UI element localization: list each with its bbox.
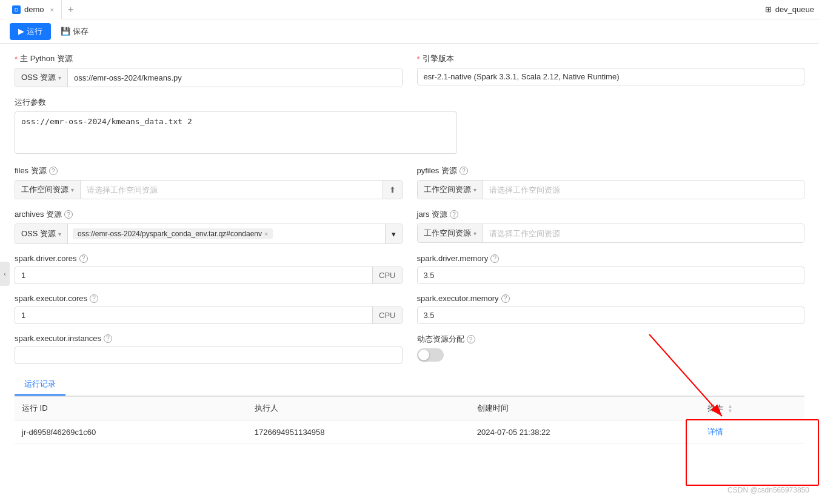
- action-cell: 详情: [700, 420, 804, 444]
- files-source-label: files 资源 ?: [15, 165, 403, 176]
- engine-version-label: * 引擎版本: [417, 53, 805, 64]
- save-button[interactable]: 💾 保存: [61, 26, 89, 37]
- files-upload-icon[interactable]: ⬆: [383, 181, 402, 199]
- archives-dropdown-arrow[interactable]: ▾: [385, 224, 402, 244]
- tab-run-records[interactable]: 运行记录: [15, 374, 65, 396]
- python-source-group: * 主 Python 资源 OSS 资源 ▾: [15, 53, 403, 87]
- run-label: 运行: [27, 26, 42, 37]
- executor-instances-help-icon[interactable]: ?: [104, 334, 112, 343]
- archives-oss-dropdown[interactable]: OSS 资源 ▾: [15, 224, 68, 244]
- col-executor: 执行人: [247, 397, 470, 420]
- files-label-text: files 资源: [15, 165, 47, 176]
- files-source-group: files 资源 ? 工作空间资源 ▾ ⬆: [15, 165, 403, 199]
- tab-demo-label: demo: [24, 5, 44, 14]
- save-label: 保存: [73, 26, 89, 37]
- jars-workspace-dropdown[interactable]: 工作空间资源 ▾: [418, 224, 483, 242]
- table-row: jr-d6958f46269c1c60 1726694951134958 202…: [15, 420, 804, 444]
- executor-memory-group: spark.executor.memory ?: [417, 294, 805, 324]
- driver-cores-suffix: CPU: [372, 267, 401, 284]
- driver-memory-input[interactable]: [417, 267, 805, 284]
- driver-cores-input[interactable]: [15, 267, 372, 284]
- executor-cores-help-icon[interactable]: ?: [90, 294, 98, 303]
- python-source-input-wrapper: OSS 资源 ▾: [15, 68, 403, 87]
- row-driver-cores-memory: spark.driver.cores ? CPU spark.driver.me…: [15, 254, 804, 284]
- main-content: ‹ * 主 Python 资源 OSS 资源 ▾ * 引擎版本: [0, 44, 819, 504]
- pyfiles-label-text: pyfiles 资源: [417, 165, 457, 176]
- toggle-knob: [418, 350, 429, 360]
- files-resource-input[interactable]: [81, 181, 383, 199]
- watermark: CSDN @csdn565973850: [727, 486, 809, 494]
- archives-tag: oss://emr-oss-2024/pyspark_conda_env.tar…: [73, 228, 273, 239]
- executor-memory-help-icon[interactable]: ?: [501, 294, 510, 303]
- archives-help-icon[interactable]: ?: [64, 210, 73, 219]
- files-prefix-text: 工作空间资源: [21, 184, 69, 195]
- executor-instances-label: spark.executor.instances ?: [15, 334, 403, 343]
- action-sort-icons: ▲ ▼: [727, 404, 732, 414]
- archives-tag-remove[interactable]: ×: [264, 230, 268, 237]
- dynamic-alloc-help-icon[interactable]: ?: [467, 335, 475, 343]
- files-help-icon[interactable]: ?: [49, 167, 58, 175]
- pyfiles-help-icon[interactable]: ?: [460, 167, 468, 175]
- python-source-label-text: 主 Python 资源: [20, 53, 73, 64]
- tab-add-button[interactable]: +: [62, 4, 79, 15]
- jars-source-group: jars 资源 ? 工作空间资源 ▾: [417, 209, 805, 243]
- tab-demo[interactable]: D demo ×: [5, 0, 62, 19]
- archives-tag-container[interactable]: oss://emr-oss-2024/pyspark_conda_env.tar…: [68, 224, 384, 244]
- pyfiles-workspace-dropdown[interactable]: 工作空间资源 ▾: [418, 181, 483, 199]
- engine-version-label-text: 引擎版本: [423, 53, 454, 64]
- driver-cores-group: spark.driver.cores ? CPU: [15, 254, 403, 284]
- executor-instances-input[interactable]: [15, 346, 403, 364]
- side-collapse-button[interactable]: ‹: [0, 262, 10, 286]
- executor-memory-label: spark.executor.memory ?: [417, 294, 805, 303]
- executor-cores-input[interactable]: [15, 307, 372, 323]
- driver-cores-help-icon[interactable]: ?: [79, 254, 88, 263]
- jars-help-icon[interactable]: ?: [450, 210, 458, 219]
- driver-memory-help-icon[interactable]: ?: [490, 254, 499, 263]
- dynamic-alloc-label-text: 动态资源分配: [417, 334, 464, 345]
- queue-grid-icon: ⊞: [765, 5, 772, 14]
- pyfiles-source-label: pyfiles 资源 ?: [417, 165, 805, 176]
- queue-info: ⊞ dev_queue: [765, 5, 814, 14]
- tab-close-icon[interactable]: ×: [50, 6, 54, 13]
- jars-prefix-text: 工作空间资源: [424, 228, 471, 239]
- executor-memory-input[interactable]: [417, 307, 805, 324]
- executor-cores-label: spark.executor.cores ?: [15, 294, 403, 303]
- pyfiles-resource-input[interactable]: [483, 181, 804, 199]
- col-action: 操作 ▲ ▼: [700, 397, 804, 420]
- bottom-tab-bar: 运行记录: [15, 374, 804, 396]
- row-python-engine: * 主 Python 资源 OSS 资源 ▾ * 引擎版本: [15, 53, 804, 87]
- table-header: 运行 ID 执行人 创建时间 操作 ▲ ▼: [15, 397, 804, 420]
- dynamic-alloc-toggle[interactable]: [417, 348, 444, 362]
- run-records-table: 运行 ID 执行人 创建时间 操作 ▲ ▼ jr-d6958f46269c1c6…: [15, 396, 804, 444]
- tab-bar: D demo × + ⊞ dev_queue: [0, 0, 819, 19]
- oss-prefix-text: OSS 资源: [21, 72, 56, 83]
- pyfiles-source-group: pyfiles 资源 ? 工作空间资源 ▾: [417, 165, 805, 199]
- run-params-label-text: 运行参数: [15, 97, 457, 108]
- tab-demo-icon: D: [12, 5, 21, 14]
- driver-cores-label-text: spark.driver.cores: [15, 254, 77, 263]
- engine-required-marker: *: [417, 55, 420, 64]
- toolbar: ▶ 运行 💾 保存: [0, 19, 819, 44]
- python-source-label: * 主 Python 资源: [15, 53, 403, 64]
- engine-version-input[interactable]: [417, 68, 805, 85]
- run-params-textarea[interactable]: oss://emr-oss-2024/kmeans_data.txt 2: [15, 111, 457, 154]
- row-executor-instances-dynamic: spark.executor.instances ? 动态资源分配 ?: [15, 334, 804, 364]
- archives-label-text: archives 资源: [15, 209, 62, 220]
- save-icon: 💾: [61, 27, 70, 36]
- oss-prefix-dropdown[interactable]: OSS 资源 ▾: [15, 68, 68, 87]
- files-workspace-dropdown[interactable]: 工作空间资源 ▾: [15, 181, 81, 199]
- driver-cores-label: spark.driver.cores ?: [15, 254, 403, 263]
- created-at-cell: 2024-07-05 21:38:22: [470, 420, 700, 444]
- archives-prefix-chevron: ▾: [58, 231, 61, 237]
- executor-memory-label-text: spark.executor.memory: [417, 294, 499, 303]
- jars-resource-input[interactable]: [483, 224, 804, 242]
- jars-prefix-chevron: ▾: [473, 230, 476, 237]
- detail-button[interactable]: 详情: [707, 426, 723, 437]
- files-input-wrapper: 工作空间资源 ▾ ⬆: [15, 180, 403, 199]
- run-button[interactable]: ▶ 运行: [10, 23, 51, 40]
- executor-cell: 1726694951134958: [247, 420, 470, 444]
- row-run-params: 运行参数 oss://emr-oss-2024/kmeans_data.txt …: [15, 97, 804, 156]
- dynamic-alloc-group: 动态资源分配 ?: [417, 334, 805, 362]
- python-required-marker: *: [15, 55, 18, 64]
- python-source-input[interactable]: [68, 68, 401, 87]
